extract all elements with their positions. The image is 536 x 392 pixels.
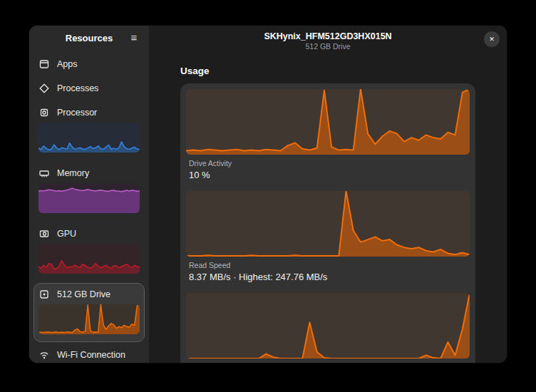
panel-label: Read Speed	[189, 261, 467, 269]
drive-activity-chart	[186, 89, 470, 155]
sidebar-item-processor[interactable]: Processor	[34, 101, 145, 160]
processes-icon	[38, 83, 50, 94]
sidebar-item-gpu[interactable]: GPU	[34, 222, 145, 282]
sidebar-item-apps[interactable]: Apps	[34, 53, 145, 76]
sidebar-item-label: Processor	[57, 108, 97, 118]
menu-button[interactable]: ≡	[126, 30, 142, 46]
read-speed-panel: Read Speed 8.37 MB/s · Highest: 247.76 M…	[186, 191, 470, 289]
memory-icon	[38, 167, 50, 179]
sidebar-header: Resources ≡	[29, 26, 149, 50]
drive-icon	[38, 289, 50, 300]
main-pane: SKHynix_HFM512GD3HX015N 512 GB Drive ✕ U…	[149, 26, 507, 363]
sidebar-item-label: 512 GB Drive	[57, 289, 110, 299]
drive-mini-chart	[38, 304, 140, 334]
read-speed-chart	[186, 191, 470, 257]
gpu-icon	[38, 228, 50, 239]
main-header: SKHynix_HFM512GD3HX015N 512 GB Drive ✕	[149, 26, 507, 56]
sidebar-item-wifi[interactable]: Wi-Fi Connection	[34, 344, 145, 363]
close-icon: ✕	[489, 36, 495, 43]
sidebar-item-drive[interactable]: 512 GB Drive	[34, 283, 145, 342]
sidebar: Resources ≡ Apps Processes	[29, 26, 149, 363]
sidebar-item-label: GPU	[57, 229, 76, 239]
panel-value: 10 %	[189, 170, 467, 180]
drive-activity-panel: Drive Activity 10 %	[186, 89, 470, 187]
app-title: Resources	[66, 33, 113, 43]
wifi-icon	[38, 349, 50, 361]
usage-content[interactable]: Usage Drive Activity 10 % Read Speed 8.3…	[149, 56, 507, 363]
panel-value: 8.37 MB/s · Highest: 247.76 MB/s	[189, 272, 467, 282]
sidebar-item-memory[interactable]: Memory	[34, 162, 145, 221]
sidebar-item-label: Processes	[57, 83, 98, 93]
sidebar-list: Apps Processes Processor	[29, 50, 149, 363]
gpu-mini-chart	[38, 244, 140, 274]
drive-title: SKHynix_HFM512GD3HX015N	[264, 31, 391, 41]
drive-subtitle: 512 GB Drive	[305, 42, 350, 51]
sidebar-item-processes[interactable]: Processes	[34, 77, 145, 100]
section-title: Usage	[180, 66, 475, 76]
apps-icon	[38, 58, 50, 70]
cpu-mini-chart	[38, 123, 140, 153]
panel-label: Drive Activity	[189, 159, 467, 167]
sidebar-item-label: Apps	[57, 59, 78, 69]
usage-card: Drive Activity 10 % Read Speed 8.37 MB/s…	[180, 83, 475, 363]
processor-icon	[38, 107, 50, 118]
close-button[interactable]: ✕	[484, 31, 500, 47]
hamburger-icon: ≡	[131, 31, 138, 43]
resources-window: Resources ≡ Apps Processes	[29, 25, 507, 363]
sidebar-item-label: Wi-Fi Connection	[57, 350, 125, 360]
write-speed-chart	[186, 293, 470, 359]
sidebar-item-label: Memory	[57, 168, 89, 178]
memory-mini-chart	[38, 183, 140, 213]
write-speed-panel: Write Speed 0 B/s · Highest: 88.13 MB/s	[186, 293, 470, 363]
